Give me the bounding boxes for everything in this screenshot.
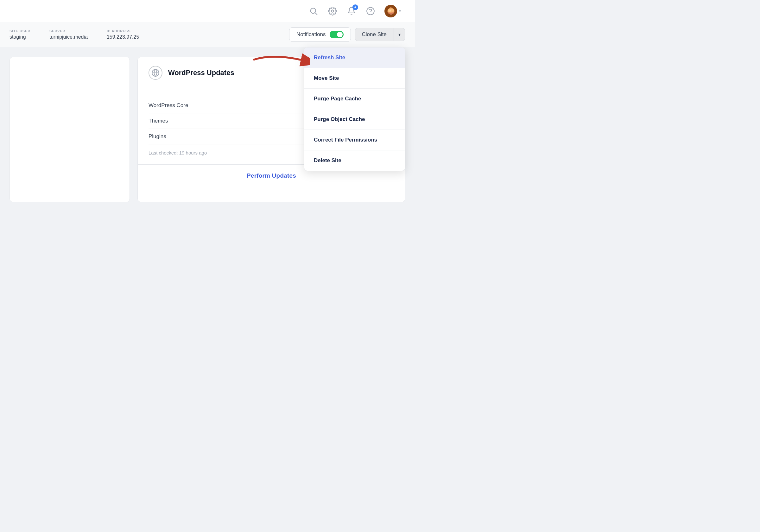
left-panel xyxy=(10,57,130,202)
avatar: 🧅 xyxy=(384,5,397,18)
server-field: SERVER turnipjuice.media xyxy=(49,29,88,40)
left-card xyxy=(10,57,130,202)
user-avatar-button[interactable]: 🧅 ▾ xyxy=(380,0,405,22)
server-label: SERVER xyxy=(49,29,88,33)
notification-badge: 4 xyxy=(353,4,358,10)
site-user-label: SITE USER xyxy=(10,29,30,33)
help-button[interactable] xyxy=(361,0,380,22)
clone-site-button-wrapper: Clone Site ▾ xyxy=(355,28,405,41)
notifications-toggle-button[interactable]: Notifications xyxy=(289,27,351,42)
ip-address-field: IP ADDRESS 159.223.97.25 xyxy=(107,29,139,40)
clone-site-button[interactable]: Clone Site xyxy=(355,28,394,41)
wordpress-logo-icon xyxy=(149,66,163,80)
notification-button[interactable]: 4 xyxy=(342,0,361,22)
toggle-knob xyxy=(337,32,343,37)
dropdown-item-delete-site[interactable]: Delete Site xyxy=(304,150,405,171)
server-value: turnipjuice.media xyxy=(49,34,88,40)
settings-button[interactable] xyxy=(323,0,342,22)
dropdown-item-purge-object-cache[interactable]: Purge Object Cache xyxy=(304,109,405,130)
toggle-switch[interactable] xyxy=(330,31,344,38)
site-actions: Notifications Clone Site ▾ xyxy=(289,27,405,42)
dropdown-item-refresh-site[interactable]: Refresh Site xyxy=(304,47,405,68)
notifications-label: Notifications xyxy=(296,31,326,38)
avatar-chevron-icon: ▾ xyxy=(399,9,401,13)
site-user-value: staging xyxy=(10,34,30,40)
clone-site-dropdown-button[interactable]: ▾ xyxy=(394,28,405,41)
ip-address-label: IP ADDRESS xyxy=(107,29,139,33)
site-info-bar: SITE USER staging SERVER turnipjuice.med… xyxy=(0,22,415,47)
top-nav: 4 🧅 ▾ xyxy=(0,0,415,22)
dropdown-item-purge-page-cache[interactable]: Purge Page Cache xyxy=(304,89,405,109)
dropdown-item-move-site[interactable]: Move Site xyxy=(304,68,405,89)
perform-updates-button[interactable]: Perform Updates xyxy=(247,172,296,179)
dropdown-item-correct-file-permissions[interactable]: Correct File Permissions xyxy=(304,130,405,150)
search-button[interactable] xyxy=(304,0,323,22)
svg-line-1 xyxy=(315,13,317,15)
main-content: WordPress Updates WordPress Core Themes … xyxy=(0,47,415,212)
svg-point-0 xyxy=(310,8,315,13)
ip-address-value: 159.223.97.25 xyxy=(107,34,139,40)
site-user-field: SITE USER staging xyxy=(10,29,30,40)
dropdown-menu: Refresh Site Move Site Purge Page Cache … xyxy=(304,47,405,171)
wp-updates-title: WordPress Updates xyxy=(168,69,234,77)
svg-point-2 xyxy=(331,10,333,12)
